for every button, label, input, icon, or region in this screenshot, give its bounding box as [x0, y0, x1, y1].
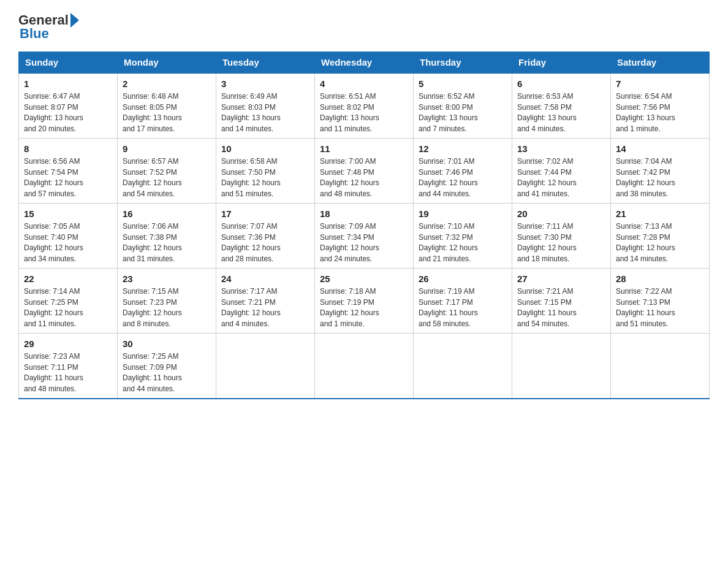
calendar-cell: [512, 334, 611, 399]
calendar-week-row: 22Sunrise: 7:14 AM Sunset: 7:25 PM Dayli…: [19, 269, 710, 334]
day-number: 22: [24, 272, 112, 285]
day-info: Sunrise: 7:11 AM Sunset: 7:30 PM Dayligh…: [517, 222, 577, 263]
calendar-cell: 14Sunrise: 7:04 AM Sunset: 7:42 PM Dayli…: [611, 139, 710, 204]
calendar-cell: 3Sunrise: 6:49 AM Sunset: 8:03 PM Daylig…: [216, 73, 315, 139]
day-number: 25: [320, 272, 408, 285]
calendar-cell: 6Sunrise: 6:53 AM Sunset: 7:58 PM Daylig…: [512, 73, 611, 139]
calendar-week-row: 15Sunrise: 7:05 AM Sunset: 7:40 PM Dayli…: [19, 204, 710, 269]
day-number: 4: [320, 77, 408, 90]
day-number: 11: [320, 142, 408, 155]
day-number: 14: [616, 142, 704, 155]
day-number: 10: [221, 142, 309, 155]
calendar-cell: 24Sunrise: 7:17 AM Sunset: 7:21 PM Dayli…: [216, 269, 315, 334]
day-number: 3: [221, 77, 309, 90]
calendar-cell: 5Sunrise: 6:52 AM Sunset: 8:00 PM Daylig…: [414, 73, 512, 139]
weekday-header-sunday: Sunday: [19, 52, 118, 74]
calendar-cell: 26Sunrise: 7:19 AM Sunset: 7:17 PM Dayli…: [414, 269, 512, 334]
calendar-cell: 12Sunrise: 7:01 AM Sunset: 7:46 PM Dayli…: [414, 139, 512, 204]
day-number: 7: [616, 77, 704, 90]
day-number: 2: [123, 77, 211, 90]
day-info: Sunrise: 6:57 AM Sunset: 7:52 PM Dayligh…: [123, 157, 182, 198]
day-number: 27: [517, 272, 605, 285]
calendar-cell: [414, 334, 512, 399]
calendar-cell: 10Sunrise: 6:58 AM Sunset: 7:50 PM Dayli…: [216, 139, 315, 204]
calendar-cell: 8Sunrise: 6:56 AM Sunset: 7:54 PM Daylig…: [19, 139, 118, 204]
day-info: Sunrise: 6:52 AM Sunset: 8:00 PM Dayligh…: [419, 92, 478, 133]
day-info: Sunrise: 7:19 AM Sunset: 7:17 PM Dayligh…: [419, 287, 478, 328]
calendar-cell: 18Sunrise: 7:09 AM Sunset: 7:34 PM Dayli…: [315, 204, 414, 269]
day-number: 20: [517, 207, 605, 220]
weekday-header-friday: Friday: [512, 52, 611, 74]
day-info: Sunrise: 7:18 AM Sunset: 7:19 PM Dayligh…: [320, 287, 379, 328]
day-info: Sunrise: 6:51 AM Sunset: 8:02 PM Dayligh…: [320, 92, 379, 133]
calendar-cell: 20Sunrise: 7:11 AM Sunset: 7:30 PM Dayli…: [512, 204, 611, 269]
day-info: Sunrise: 7:04 AM Sunset: 7:42 PM Dayligh…: [616, 157, 675, 198]
weekday-header-monday: Monday: [118, 52, 216, 74]
day-number: 26: [419, 272, 507, 285]
calendar-cell: 22Sunrise: 7:14 AM Sunset: 7:25 PM Dayli…: [19, 269, 118, 334]
weekday-header-tuesday: Tuesday: [216, 52, 315, 74]
weekday-header-wednesday: Wednesday: [315, 52, 414, 74]
day-number: 13: [517, 142, 605, 155]
day-number: 12: [419, 142, 507, 155]
calendar-cell: 13Sunrise: 7:02 AM Sunset: 7:44 PM Dayli…: [512, 139, 611, 204]
logo-arrow-icon: [70, 13, 79, 28]
day-number: 28: [616, 272, 704, 285]
calendar-cell: 25Sunrise: 7:18 AM Sunset: 7:19 PM Dayli…: [315, 269, 414, 334]
weekday-header-thursday: Thursday: [414, 52, 512, 74]
day-number: 6: [517, 77, 605, 90]
day-number: 19: [419, 207, 507, 220]
day-info: Sunrise: 7:07 AM Sunset: 7:36 PM Dayligh…: [221, 222, 281, 263]
day-info: Sunrise: 7:10 AM Sunset: 7:32 PM Dayligh…: [419, 222, 478, 263]
calendar-cell: 21Sunrise: 7:13 AM Sunset: 7:28 PM Dayli…: [611, 204, 710, 269]
day-number: 8: [24, 142, 112, 155]
day-number: 29: [24, 337, 112, 350]
calendar-week-row: 1Sunrise: 6:47 AM Sunset: 8:07 PM Daylig…: [19, 73, 710, 139]
day-info: Sunrise: 7:02 AM Sunset: 7:44 PM Dayligh…: [517, 157, 577, 198]
page-header: General Blue: [18, 12, 710, 42]
calendar-cell: [216, 334, 315, 399]
calendar-cell: 4Sunrise: 6:51 AM Sunset: 8:02 PM Daylig…: [315, 73, 414, 139]
day-number: 24: [221, 272, 309, 285]
calendar-cell: 23Sunrise: 7:15 AM Sunset: 7:23 PM Dayli…: [118, 269, 216, 334]
day-number: 23: [123, 272, 211, 285]
day-info: Sunrise: 7:23 AM Sunset: 7:11 PM Dayligh…: [24, 352, 83, 393]
day-number: 5: [419, 77, 507, 90]
day-info: Sunrise: 7:00 AM Sunset: 7:48 PM Dayligh…: [320, 157, 379, 198]
calendar-cell: 27Sunrise: 7:21 AM Sunset: 7:15 PM Dayli…: [512, 269, 611, 334]
day-info: Sunrise: 6:47 AM Sunset: 8:07 PM Dayligh…: [24, 92, 83, 133]
calendar-cell: 7Sunrise: 6:54 AM Sunset: 7:56 PM Daylig…: [611, 73, 710, 139]
day-info: Sunrise: 7:05 AM Sunset: 7:40 PM Dayligh…: [24, 222, 83, 263]
day-number: 21: [616, 207, 704, 220]
day-info: Sunrise: 7:01 AM Sunset: 7:46 PM Dayligh…: [419, 157, 478, 198]
day-number: 30: [123, 337, 211, 350]
day-info: Sunrise: 6:56 AM Sunset: 7:54 PM Dayligh…: [24, 157, 83, 198]
day-number: 15: [24, 207, 112, 220]
day-info: Sunrise: 6:58 AM Sunset: 7:50 PM Dayligh…: [221, 157, 281, 198]
day-info: Sunrise: 7:13 AM Sunset: 7:28 PM Dayligh…: [616, 222, 675, 263]
calendar-cell: 9Sunrise: 6:57 AM Sunset: 7:52 PM Daylig…: [118, 139, 216, 204]
weekday-header-saturday: Saturday: [611, 52, 710, 74]
day-info: Sunrise: 6:48 AM Sunset: 8:05 PM Dayligh…: [123, 92, 182, 133]
day-number: 17: [221, 207, 309, 220]
calendar-cell: [611, 334, 710, 399]
calendar-cell: 17Sunrise: 7:07 AM Sunset: 7:36 PM Dayli…: [216, 204, 315, 269]
calendar-week-row: 8Sunrise: 6:56 AM Sunset: 7:54 PM Daylig…: [19, 139, 710, 204]
day-info: Sunrise: 7:25 AM Sunset: 7:09 PM Dayligh…: [123, 352, 182, 393]
calendar-cell: 15Sunrise: 7:05 AM Sunset: 7:40 PM Dayli…: [19, 204, 118, 269]
day-info: Sunrise: 7:09 AM Sunset: 7:34 PM Dayligh…: [320, 222, 379, 263]
day-info: Sunrise: 6:54 AM Sunset: 7:56 PM Dayligh…: [616, 92, 675, 133]
day-number: 16: [123, 207, 211, 220]
calendar-cell: 29Sunrise: 7:23 AM Sunset: 7:11 PM Dayli…: [19, 334, 118, 399]
weekday-header-row: SundayMondayTuesdayWednesdayThursdayFrid…: [19, 52, 710, 74]
calendar-table: SundayMondayTuesdayWednesdayThursdayFrid…: [18, 52, 710, 399]
day-info: Sunrise: 7:15 AM Sunset: 7:23 PM Dayligh…: [123, 287, 182, 328]
calendar-cell: [315, 334, 414, 399]
day-info: Sunrise: 7:21 AM Sunset: 7:15 PM Dayligh…: [517, 287, 577, 328]
day-number: 1: [24, 77, 112, 90]
logo: General Blue: [18, 12, 79, 42]
calendar-week-row: 29Sunrise: 7:23 AM Sunset: 7:11 PM Dayli…: [19, 334, 710, 399]
day-info: Sunrise: 7:17 AM Sunset: 7:21 PM Dayligh…: [221, 287, 281, 328]
logo-blue-text: Blue: [20, 26, 49, 42]
day-number: 18: [320, 207, 408, 220]
